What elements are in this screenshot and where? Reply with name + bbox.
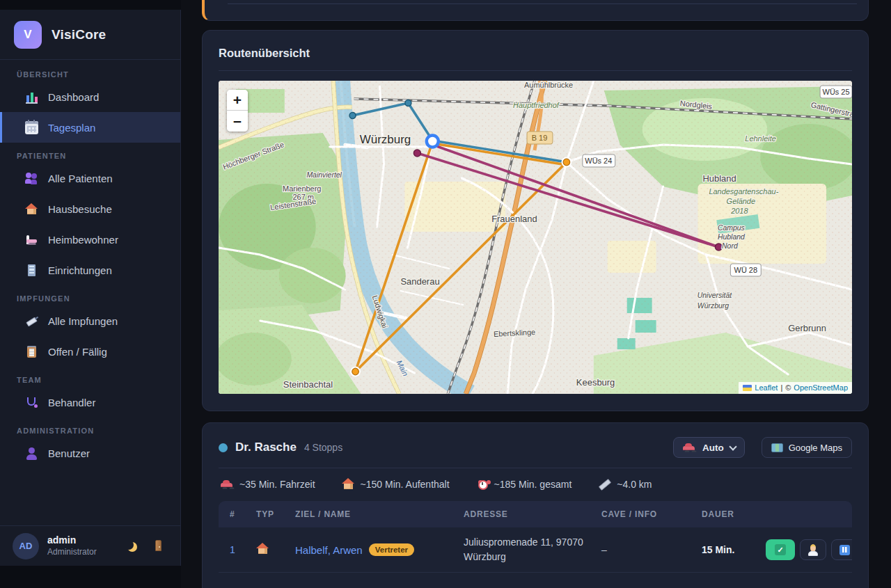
svg-text:Gerbrunn: Gerbrunn [788, 323, 826, 333]
row-actions: ✓ [755, 539, 852, 560]
mark-done-button[interactable]: ✓ [766, 539, 795, 560]
sidebar-nav: ÜBERSICHT Dashboard Tagesplan PATIENTEN … [0, 60, 180, 525]
house-icon [256, 542, 269, 555]
zoom-in-button[interactable]: + [227, 90, 248, 111]
stat-drive-time: ~35 Min. Fahrzeit [220, 479, 315, 490]
sidebar-item-tagesplan[interactable]: Tagesplan [0, 112, 180, 143]
divider [219, 70, 852, 71]
map-icon [771, 443, 783, 453]
doctor-name: Dr. Rasche [235, 440, 297, 454]
avatar: AD [13, 533, 39, 559]
svg-text:Hubland: Hubland [702, 173, 736, 184]
theme-toggle-button[interactable] [120, 537, 140, 556]
sidebar-item-alle-patienten[interactable]: Alle Patienten [0, 163, 180, 193]
svg-text:Hauptfriedhof: Hauptfriedhof [513, 101, 560, 109]
logout-button[interactable] [148, 537, 168, 556]
map-zoom-control: + − [227, 90, 248, 132]
google-maps-label: Google Maps [789, 443, 842, 453]
stat-text: ~185 Min. gesamt [494, 479, 572, 490]
users-icon [25, 172, 38, 185]
section-label: ÜBERSICHT [0, 70, 180, 79]
sidebar-item-heimbewohner[interactable]: Heimbewohner [0, 224, 180, 255]
sidebar-item-label: Benutzer [48, 447, 90, 459]
sidebar-item-label: Einrichtungen [48, 264, 112, 276]
svg-text:Mainviertel: Mainviertel [306, 171, 342, 179]
brand-logo: V [14, 21, 42, 49]
nav-section-uebersicht: ÜBERSICHT Dashboard Tagesplan [0, 70, 180, 143]
svg-text:Aumühlbrücke: Aumühlbrücke [524, 81, 573, 89]
brand: V VisiCore [0, 10, 180, 60]
svg-text:Marienberg: Marienberg [283, 184, 321, 193]
car-icon [220, 479, 234, 490]
ukraine-flag-icon [743, 385, 752, 391]
stop-number-link[interactable]: 1 [219, 544, 245, 555]
sidebar-item-benutzer[interactable]: Benutzer [0, 438, 180, 468]
stops-count: 4 Stopps [304, 442, 342, 453]
stop-cave-info: – [590, 544, 691, 555]
stop-name-cell: Halbelf, Arwen Vertreter [284, 543, 452, 556]
nav-section-impfungen: IMPFUNGEN Alle Impfungen Offen / Fällig [0, 294, 180, 367]
clipboard-icon [25, 345, 38, 358]
house-icon [342, 477, 355, 491]
nav-section-patienten: PATIENTEN Alle Patienten Hausbesuche Hei… [0, 152, 180, 285]
svg-text:B 19: B 19 [532, 134, 548, 142]
svg-text:Campus: Campus [718, 224, 746, 232]
sidebar-column: V VisiCore ÜBERSICHT Dashboard Tagesplan… [0, 0, 181, 588]
sidebar-item-label: Offen / Fällig [48, 346, 107, 358]
travel-mode-value: Auto [702, 443, 724, 453]
col-header-dauer: DAUER [691, 509, 755, 519]
sidebar-item-hausbesuche[interactable]: Hausbesuche [0, 193, 180, 224]
google-maps-button[interactable]: Google Maps [762, 437, 852, 458]
col-header-adresse: ADRESSE [452, 509, 590, 519]
doctor-color-dot [219, 443, 228, 452]
travel-mode-select[interactable]: Auto [673, 437, 745, 458]
door-icon [152, 539, 165, 553]
stethoscope-icon [25, 396, 38, 409]
sidebar-item-label: Alle Patienten [48, 173, 113, 184]
sidebar: V VisiCore ÜBERSICHT Dashboard Tagesplan… [0, 10, 181, 566]
svg-text:2018: 2018 [730, 207, 748, 215]
patient-name-link[interactable]: Halbelf, Arwen [295, 544, 363, 556]
section-label: TEAM [0, 376, 180, 384]
plan-header: Dr. Rasche 4 Stopps Auto Google Maps [219, 437, 852, 458]
sidebar-item-offen-faellig[interactable]: Offen / Fällig [0, 336, 180, 367]
user-info: admin Administrator [47, 534, 112, 557]
svg-text:WÜ 28: WÜ 28 [734, 266, 757, 274]
attribution-separator: | [780, 383, 782, 392]
calendar-icon [25, 121, 38, 134]
pause-stop-button[interactable] [831, 539, 852, 560]
stat-distance: ~4.0 km [598, 477, 652, 491]
route-stats: ~35 Min. Fahrzeit ~150 Min. Aufenthalt ~… [220, 477, 852, 491]
bed-icon [25, 233, 38, 246]
sidebar-item-dashboard[interactable]: Dashboard [0, 81, 180, 112]
sidebar-item-label: Alle Impfungen [48, 315, 118, 327]
syringe-icon [25, 315, 38, 328]
svg-text:Gelände: Gelände [727, 197, 755, 205]
previous-card-bottom [202, 0, 869, 21]
osm-link[interactable]: OpenStreetMap [794, 383, 848, 392]
user-icon [25, 447, 38, 460]
assign-doctor-button[interactable] [800, 539, 826, 560]
svg-text:Lehnleite: Lehnleite [745, 134, 775, 143]
route-start-marker [427, 136, 439, 148]
leaflet-link[interactable]: Leaflet [755, 383, 778, 392]
col-header-ziel: ZIEL / NAME [284, 509, 452, 519]
stat-total-time: ~185 Min. gesamt [476, 478, 572, 491]
username: admin [47, 534, 112, 547]
doctor-icon [807, 543, 819, 556]
divider [219, 468, 852, 468]
route-map[interactable]: Würzburg Mainviertel Marienberg 267 m Le… [219, 81, 852, 394]
svg-text:Würzburg: Würzburg [697, 302, 730, 310]
svg-text:WÜs 25: WÜs 25 [823, 88, 850, 96]
sidebar-item-einrichtungen[interactable]: Einrichtungen [0, 255, 180, 285]
sidebar-item-label: Tagesplan [48, 122, 95, 134]
page: V VisiCore ÜBERSICHT Dashboard Tagesplan… [0, 0, 891, 588]
sidebar-item-label: Dashboard [48, 91, 99, 103]
sidebar-item-alle-impfungen[interactable]: Alle Impfungen [0, 305, 180, 336]
zoom-out-button[interactable]: − [227, 111, 248, 132]
stops-table: # TYP ZIEL / NAME ADRESSE CAVE / INFO DA… [219, 501, 852, 573]
sidebar-footer: AD admin Administrator [0, 525, 180, 566]
svg-text:Landesgartenschau-: Landesgartenschau- [709, 187, 778, 196]
nav-section-team: TEAM Behandler [0, 376, 180, 418]
sidebar-item-behandler[interactable]: Behandler [0, 387, 180, 418]
